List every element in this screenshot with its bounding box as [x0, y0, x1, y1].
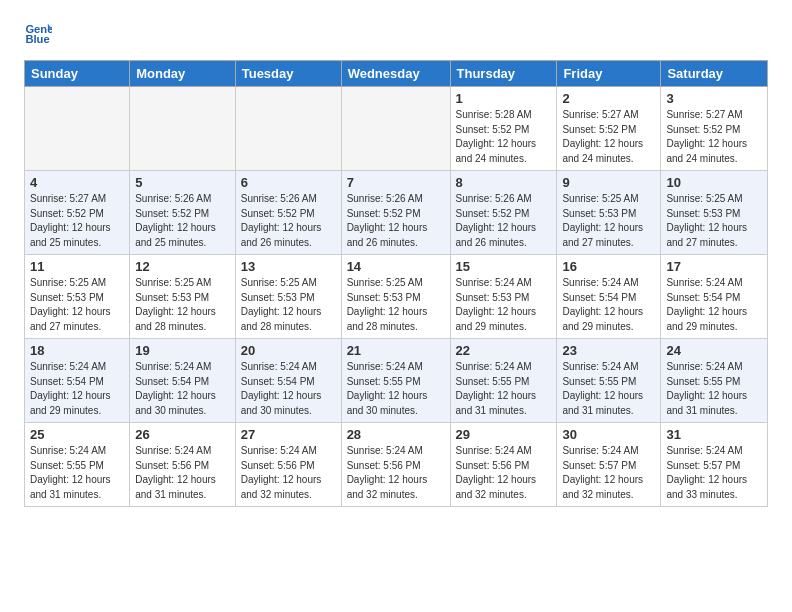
calendar-day-cell [235, 87, 341, 171]
calendar-day-cell: 1Sunrise: 5:28 AM Sunset: 5:52 PM Daylig… [450, 87, 557, 171]
day-info: Sunrise: 5:25 AM Sunset: 5:53 PM Dayligh… [30, 276, 124, 334]
calendar-day-cell: 12Sunrise: 5:25 AM Sunset: 5:53 PM Dayli… [130, 255, 236, 339]
day-number: 22 [456, 343, 552, 358]
day-number: 17 [666, 259, 762, 274]
calendar-day-cell: 19Sunrise: 5:24 AM Sunset: 5:54 PM Dayli… [130, 339, 236, 423]
day-info: Sunrise: 5:25 AM Sunset: 5:53 PM Dayligh… [666, 192, 762, 250]
day-info: Sunrise: 5:24 AM Sunset: 5:54 PM Dayligh… [30, 360, 124, 418]
day-of-week-header: Tuesday [235, 61, 341, 87]
day-info: Sunrise: 5:26 AM Sunset: 5:52 PM Dayligh… [135, 192, 230, 250]
calendar-day-cell: 23Sunrise: 5:24 AM Sunset: 5:55 PM Dayli… [557, 339, 661, 423]
day-number: 27 [241, 427, 336, 442]
day-of-week-header: Monday [130, 61, 236, 87]
calendar-day-cell: 29Sunrise: 5:24 AM Sunset: 5:56 PM Dayli… [450, 423, 557, 507]
calendar-container: SundayMondayTuesdayWednesdayThursdayFrid… [0, 60, 792, 519]
day-info: Sunrise: 5:26 AM Sunset: 5:52 PM Dayligh… [241, 192, 336, 250]
day-of-week-header: Saturday [661, 61, 768, 87]
day-info: Sunrise: 5:24 AM Sunset: 5:53 PM Dayligh… [456, 276, 552, 334]
calendar-day-cell: 11Sunrise: 5:25 AM Sunset: 5:53 PM Dayli… [25, 255, 130, 339]
day-info: Sunrise: 5:24 AM Sunset: 5:56 PM Dayligh… [456, 444, 552, 502]
calendar-header-row: SundayMondayTuesdayWednesdayThursdayFrid… [25, 61, 768, 87]
logo: General Blue [24, 18, 56, 46]
day-number: 21 [347, 343, 445, 358]
day-info: Sunrise: 5:24 AM Sunset: 5:54 PM Dayligh… [135, 360, 230, 418]
day-number: 19 [135, 343, 230, 358]
calendar-day-cell [25, 87, 130, 171]
calendar-day-cell: 5Sunrise: 5:26 AM Sunset: 5:52 PM Daylig… [130, 171, 236, 255]
calendar-day-cell: 26Sunrise: 5:24 AM Sunset: 5:56 PM Dayli… [130, 423, 236, 507]
day-info: Sunrise: 5:25 AM Sunset: 5:53 PM Dayligh… [347, 276, 445, 334]
day-number: 3 [666, 91, 762, 106]
day-info: Sunrise: 5:24 AM Sunset: 5:55 PM Dayligh… [666, 360, 762, 418]
calendar-day-cell: 8Sunrise: 5:26 AM Sunset: 5:52 PM Daylig… [450, 171, 557, 255]
day-number: 18 [30, 343, 124, 358]
calendar-day-cell: 31Sunrise: 5:24 AM Sunset: 5:57 PM Dayli… [661, 423, 768, 507]
day-info: Sunrise: 5:26 AM Sunset: 5:52 PM Dayligh… [347, 192, 445, 250]
day-info: Sunrise: 5:27 AM Sunset: 5:52 PM Dayligh… [30, 192, 124, 250]
day-info: Sunrise: 5:27 AM Sunset: 5:52 PM Dayligh… [562, 108, 655, 166]
day-number: 11 [30, 259, 124, 274]
day-number: 28 [347, 427, 445, 442]
calendar-day-cell: 4Sunrise: 5:27 AM Sunset: 5:52 PM Daylig… [25, 171, 130, 255]
calendar-subtitle [0, 52, 792, 60]
day-number: 1 [456, 91, 552, 106]
calendar-week-row: 18Sunrise: 5:24 AM Sunset: 5:54 PM Dayli… [25, 339, 768, 423]
calendar-day-cell [341, 87, 450, 171]
calendar-day-cell: 2Sunrise: 5:27 AM Sunset: 5:52 PM Daylig… [557, 87, 661, 171]
day-number: 29 [456, 427, 552, 442]
calendar-day-cell: 6Sunrise: 5:26 AM Sunset: 5:52 PM Daylig… [235, 171, 341, 255]
day-number: 5 [135, 175, 230, 190]
day-info: Sunrise: 5:27 AM Sunset: 5:52 PM Dayligh… [666, 108, 762, 166]
day-number: 25 [30, 427, 124, 442]
day-info: Sunrise: 5:24 AM Sunset: 5:55 PM Dayligh… [562, 360, 655, 418]
day-info: Sunrise: 5:24 AM Sunset: 5:55 PM Dayligh… [456, 360, 552, 418]
calendar-day-cell: 13Sunrise: 5:25 AM Sunset: 5:53 PM Dayli… [235, 255, 341, 339]
day-info: Sunrise: 5:24 AM Sunset: 5:56 PM Dayligh… [241, 444, 336, 502]
calendar-day-cell: 9Sunrise: 5:25 AM Sunset: 5:53 PM Daylig… [557, 171, 661, 255]
day-number: 2 [562, 91, 655, 106]
calendar-day-cell: 16Sunrise: 5:24 AM Sunset: 5:54 PM Dayli… [557, 255, 661, 339]
day-number: 31 [666, 427, 762, 442]
day-of-week-header: Thursday [450, 61, 557, 87]
calendar-day-cell: 24Sunrise: 5:24 AM Sunset: 5:55 PM Dayli… [661, 339, 768, 423]
calendar-day-cell: 25Sunrise: 5:24 AM Sunset: 5:55 PM Dayli… [25, 423, 130, 507]
calendar-week-row: 4Sunrise: 5:27 AM Sunset: 5:52 PM Daylig… [25, 171, 768, 255]
svg-text:Blue: Blue [25, 33, 49, 45]
day-number: 13 [241, 259, 336, 274]
calendar-day-cell: 30Sunrise: 5:24 AM Sunset: 5:57 PM Dayli… [557, 423, 661, 507]
calendar-day-cell: 27Sunrise: 5:24 AM Sunset: 5:56 PM Dayli… [235, 423, 341, 507]
day-of-week-header: Sunday [25, 61, 130, 87]
day-number: 4 [30, 175, 124, 190]
day-number: 30 [562, 427, 655, 442]
calendar-day-cell: 15Sunrise: 5:24 AM Sunset: 5:53 PM Dayli… [450, 255, 557, 339]
day-info: Sunrise: 5:28 AM Sunset: 5:52 PM Dayligh… [456, 108, 552, 166]
day-number: 9 [562, 175, 655, 190]
calendar-week-row: 11Sunrise: 5:25 AM Sunset: 5:53 PM Dayli… [25, 255, 768, 339]
day-number: 7 [347, 175, 445, 190]
day-number: 8 [456, 175, 552, 190]
day-number: 12 [135, 259, 230, 274]
day-info: Sunrise: 5:25 AM Sunset: 5:53 PM Dayligh… [562, 192, 655, 250]
calendar-day-cell [130, 87, 236, 171]
day-number: 23 [562, 343, 655, 358]
day-number: 20 [241, 343, 336, 358]
logo-icon: General Blue [24, 18, 52, 46]
day-info: Sunrise: 5:24 AM Sunset: 5:56 PM Dayligh… [347, 444, 445, 502]
calendar-day-cell: 20Sunrise: 5:24 AM Sunset: 5:54 PM Dayli… [235, 339, 341, 423]
calendar-week-row: 1Sunrise: 5:28 AM Sunset: 5:52 PM Daylig… [25, 87, 768, 171]
day-info: Sunrise: 5:24 AM Sunset: 5:56 PM Dayligh… [135, 444, 230, 502]
day-number: 14 [347, 259, 445, 274]
day-info: Sunrise: 5:24 AM Sunset: 5:54 PM Dayligh… [666, 276, 762, 334]
day-info: Sunrise: 5:24 AM Sunset: 5:55 PM Dayligh… [30, 444, 124, 502]
day-number: 26 [135, 427, 230, 442]
calendar-day-cell: 18Sunrise: 5:24 AM Sunset: 5:54 PM Dayli… [25, 339, 130, 423]
day-info: Sunrise: 5:25 AM Sunset: 5:53 PM Dayligh… [135, 276, 230, 334]
calendar-day-cell: 7Sunrise: 5:26 AM Sunset: 5:52 PM Daylig… [341, 171, 450, 255]
page-header: General Blue [0, 0, 792, 52]
day-info: Sunrise: 5:26 AM Sunset: 5:52 PM Dayligh… [456, 192, 552, 250]
calendar-day-cell: 28Sunrise: 5:24 AM Sunset: 5:56 PM Dayli… [341, 423, 450, 507]
day-number: 6 [241, 175, 336, 190]
calendar-day-cell: 22Sunrise: 5:24 AM Sunset: 5:55 PM Dayli… [450, 339, 557, 423]
day-info: Sunrise: 5:24 AM Sunset: 5:54 PM Dayligh… [562, 276, 655, 334]
calendar-day-cell: 17Sunrise: 5:24 AM Sunset: 5:54 PM Dayli… [661, 255, 768, 339]
